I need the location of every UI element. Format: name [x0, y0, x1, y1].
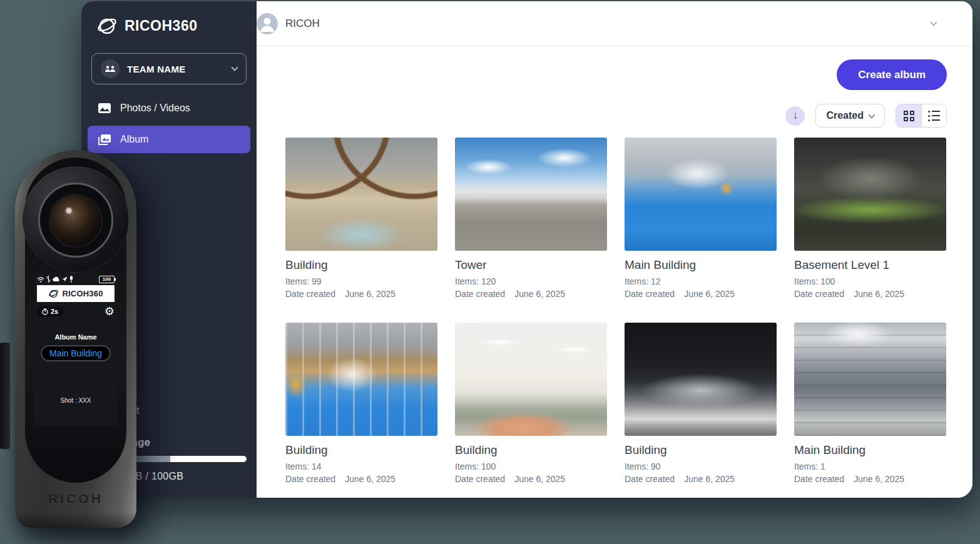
- album-title: Building: [285, 443, 437, 457]
- album-date-label: Date created: [625, 289, 675, 299]
- album-date-row: Date created June 6, 2025: [285, 289, 437, 299]
- album-thumbnail[interactable]: [455, 323, 607, 436]
- team-selector[interactable]: TEAM NAME: [91, 53, 247, 84]
- camera-screen: 100 RICOH360 2s ⚙ Album Name Main Buildi…: [34, 273, 118, 426]
- sort-direction-button[interactable]: ↓: [785, 106, 805, 126]
- album-date-value: June 6, 2025: [514, 289, 565, 299]
- photos-icon: [98, 103, 111, 114]
- album-date-label: Date created: [625, 474, 675, 484]
- team-icon: [101, 59, 120, 78]
- camera-shot-counter: Shot : XXX: [34, 397, 118, 404]
- album-card[interactable]: Building Items: 90 Date created June 6, …: [625, 323, 777, 484]
- album-card[interactable]: Building Items: 100 Date created June 6,…: [455, 323, 607, 484]
- album-items-count: Items: 1: [794, 461, 946, 471]
- album-items-count: Items: 12: [625, 276, 777, 286]
- album-items-count: Items: 120: [455, 276, 607, 286]
- sidebar-nav: Photos / Videos Album: [81, 94, 257, 153]
- sort-view-controls: ↓ Created: [285, 104, 947, 128]
- album-thumbnail[interactable]: [625, 323, 777, 436]
- album-thumbnail[interactable]: [794, 138, 946, 251]
- camera-screen-logo: RICOH360: [37, 285, 115, 302]
- album-thumbnail[interactable]: [285, 138, 437, 251]
- album-date-value: June 6, 2025: [684, 289, 735, 299]
- grid-view-icon: [904, 111, 914, 121]
- album-date-label: Date created: [794, 474, 844, 484]
- album-thumbnail[interactable]: [285, 323, 437, 436]
- brand-logo-text: RICOH360: [125, 18, 197, 34]
- camera-status-bar: 100: [37, 275, 115, 283]
- ricoh360-logo-icon: [96, 15, 118, 36]
- sidebar-item-album[interactable]: Album: [88, 126, 250, 153]
- album-title: Building: [455, 443, 607, 457]
- album-title: Building: [625, 443, 777, 457]
- album-card[interactable]: Main Building Items: 1 Date created June…: [794, 323, 946, 484]
- album-date-value: June 6, 2025: [514, 474, 565, 484]
- album-items-count: Items: 100: [455, 461, 607, 471]
- album-card[interactable]: Main Building Items: 12 Date created Jun…: [625, 138, 777, 299]
- album-card[interactable]: Tower Items: 120 Date created June 6, 20…: [455, 138, 607, 299]
- album-date-row: Date created June 6, 2025: [625, 474, 777, 484]
- view-mode-toggle: [896, 104, 947, 128]
- timer-icon: [42, 308, 48, 315]
- album-title: Tower: [455, 258, 607, 272]
- album-card[interactable]: Building Items: 14 Date created June 6, …: [285, 323, 437, 484]
- album-title: Main Building: [625, 258, 777, 272]
- user-avatar[interactable]: [257, 13, 278, 34]
- album-grid: Building Items: 99 Date created June 6, …: [285, 138, 947, 484]
- album-items-count: Items: 100: [794, 276, 946, 286]
- chevron-down-icon: [868, 111, 875, 118]
- album-date-row: Date created June 6, 2025: [455, 474, 607, 484]
- camera-album-name-value[interactable]: Main Building: [41, 345, 111, 361]
- album-items-count: Items: 14: [285, 461, 437, 471]
- person-icon: [257, 13, 278, 34]
- album-date-row: Date created June 6, 2025: [794, 474, 946, 484]
- album-date-label: Date created: [455, 474, 505, 484]
- main-area: RICOH Create album ↓ Created: [257, 1, 972, 498]
- album-items-count: Items: 90: [625, 461, 777, 471]
- arrow-down-icon: ↓: [793, 109, 799, 122]
- album-date-value: June 6, 2025: [854, 289, 904, 299]
- album-date-value: June 6, 2025: [854, 474, 904, 484]
- create-album-button[interactable]: Create album: [837, 59, 947, 90]
- album-title: Main Building: [794, 443, 946, 457]
- album-date-value: June 6, 2025: [684, 474, 735, 484]
- storage-progress-bar: [128, 456, 247, 462]
- album-thumbnail[interactable]: [794, 323, 946, 436]
- album-thumbnail[interactable]: [625, 138, 777, 251]
- camera-side-button: [0, 343, 10, 449]
- self-timer-button[interactable]: 2s: [37, 306, 63, 316]
- cloud-icon: [53, 276, 60, 282]
- ricoh-theta-camera: 100 RICOH360 2s ⚙ Album Name Main Buildi…: [15, 150, 136, 528]
- sidebar-item-label: Album: [120, 134, 148, 145]
- album-items-count: Items: 99: [285, 276, 437, 286]
- album-icon: [98, 134, 111, 146]
- album-title: Basement Level 1: [794, 258, 946, 272]
- sidebar-item-photos-videos[interactable]: Photos / Videos: [81, 94, 257, 122]
- ricoh360-logo-icon: [48, 288, 59, 299]
- album-card[interactable]: Basement Level 1 Items: 100 Date created…: [794, 138, 946, 299]
- sort-by-label: Created: [826, 110, 864, 121]
- camera-lens: [49, 194, 103, 248]
- list-view-icon: [928, 111, 940, 121]
- album-thumbnail[interactable]: [455, 138, 607, 251]
- remote-icon: [69, 276, 73, 283]
- app-window: RICOH360 TEAM NAME Photos / Videos: [81, 1, 972, 498]
- grid-view-button[interactable]: [896, 104, 921, 127]
- album-date-row: Date created June 6, 2025: [285, 474, 437, 484]
- album-date-label: Date created: [285, 474, 335, 484]
- sort-by-dropdown[interactable]: Created: [815, 104, 885, 128]
- album-date-label: Date created: [794, 289, 844, 299]
- brand-logo: RICOH360: [81, 1, 257, 36]
- album-card[interactable]: Building Items: 99 Date created June 6, …: [285, 138, 437, 299]
- list-view-button[interactable]: [921, 104, 946, 127]
- sidebar-item-label: Photos / Videos: [120, 103, 190, 114]
- album-date-value: June 6, 2025: [345, 474, 396, 484]
- settings-gear-icon[interactable]: ⚙: [105, 306, 115, 317]
- album-date-row: Date created June 6, 2025: [625, 289, 777, 299]
- wifi-ap-icon: [37, 276, 44, 283]
- album-date-label: Date created: [285, 289, 335, 299]
- chevron-down-icon[interactable]: [930, 19, 937, 26]
- album-date-row: Date created June 6, 2025: [455, 289, 607, 299]
- album-title: Building: [285, 258, 437, 272]
- camera-logo-text: RICOH360: [62, 289, 103, 298]
